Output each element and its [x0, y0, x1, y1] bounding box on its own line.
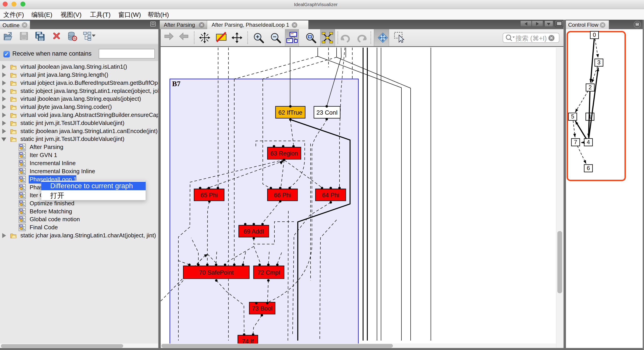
svg-text:65 Phi: 65 Phi	[200, 192, 218, 198]
svg-text:6: 6	[587, 165, 590, 171]
svg-text:0: 0	[593, 32, 596, 38]
svg-text:1: 1	[588, 113, 592, 120]
svg-text:66 Phi: 66 Phi	[274, 192, 291, 198]
svg-text:64 Phi: 64 Phi	[322, 192, 339, 198]
svg-text:7: 7	[574, 139, 577, 145]
svg-text:63 Region: 63 Region	[270, 150, 298, 157]
svg-text:73 Bool: 73 Bool	[252, 305, 273, 312]
svg-text:5: 5	[571, 113, 574, 120]
svg-text:62 IfTrue: 62 IfTrue	[278, 109, 302, 116]
svg-text:69 AddI: 69 AddI	[244, 228, 264, 235]
svg-text:3: 3	[597, 59, 600, 66]
svg-text:2: 2	[588, 84, 592, 90]
svg-text:B7: B7	[172, 80, 180, 88]
svg-text:23 ConI: 23 ConI	[316, 109, 338, 116]
svg-text:72 CmpI: 72 CmpI	[258, 269, 280, 276]
svg-text:74 If: 74 If	[242, 338, 254, 344]
svg-text:4: 4	[587, 139, 590, 145]
svg-text:70 SafePoint: 70 SafePoint	[199, 269, 234, 276]
